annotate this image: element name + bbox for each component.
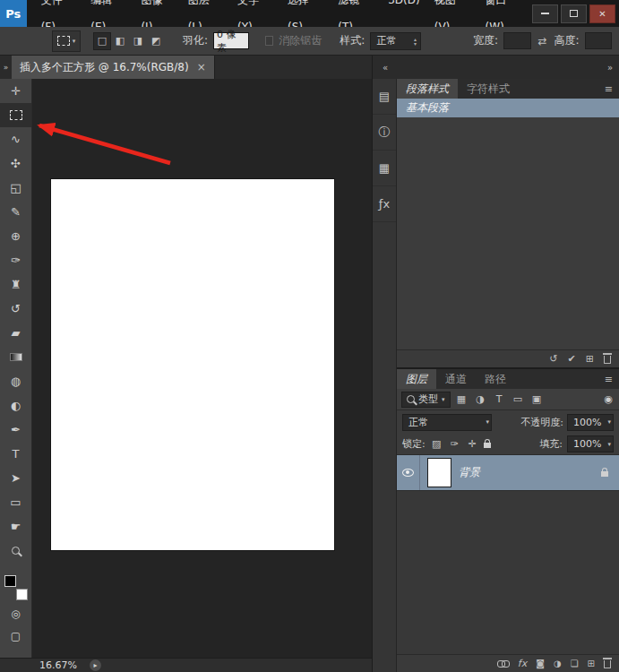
document-tab[interactable]: 插入多个正方形 @ 16.7%(RGB/8) ×	[12, 56, 215, 79]
background-color-swatch[interactable]	[16, 589, 28, 600]
layers-panel-menu-icon[interactable]: ≡	[598, 369, 619, 389]
styles-panel-icon[interactable]: ƒx	[373, 186, 396, 222]
chevron-down-icon: ▾	[607, 418, 611, 426]
clone-stamp-tool[interactable]: ♜	[0, 272, 31, 297]
fill-value: 100%	[573, 438, 601, 450]
eyedropper-tool[interactable]: ✎	[0, 200, 31, 224]
type-tool[interactable]: T	[0, 442, 31, 466]
style-dropdown[interactable]: 正常 ▴▾	[370, 32, 421, 50]
list-item-basic-paragraph[interactable]: 基本段落	[397, 99, 619, 117]
brush-tool[interactable]: ✑	[0, 248, 31, 272]
screen-mode-button[interactable]: ▢	[0, 625, 31, 647]
lasso-tool[interactable]: ∿	[0, 127, 31, 151]
layer-thumbnail[interactable]	[427, 458, 451, 487]
filter-shape-icon[interactable]: ▭	[511, 393, 526, 405]
intersect-selection-button[interactable]: ◩	[147, 32, 165, 50]
clone-stamp-icon: ♜	[11, 278, 21, 291]
healing-brush-tool[interactable]: ⊕	[0, 224, 31, 248]
layer-row-background[interactable]: 背景	[397, 455, 619, 491]
blur-tool[interactable]: ◍	[0, 369, 31, 393]
quick-selection-tool[interactable]: ✣	[0, 151, 31, 176]
info-panel-icon[interactable]: ⓘ	[373, 115, 396, 151]
paragraph-panel-icon[interactable]: ▤	[373, 79, 396, 115]
swap-dimensions-icon[interactable]: ⇄	[537, 35, 549, 47]
gradient-tool[interactable]	[0, 345, 31, 369]
lock-all-icon[interactable]	[484, 443, 491, 448]
subtract-selection-button[interactable]: ◨	[129, 32, 147, 50]
color-swatches[interactable]	[3, 573, 30, 602]
quick-mask-button[interactable]: ◎	[0, 602, 31, 625]
maximize-button[interactable]	[561, 4, 587, 23]
tab-paragraph-styles[interactable]: 段落样式	[397, 79, 458, 99]
filter-kind-dropdown[interactable]: 类型 ▾	[401, 392, 451, 408]
zoom-level-field[interactable]: 16.67%	[39, 659, 77, 671]
status-bar: 16.67% ▸	[0, 658, 372, 672]
filter-smart-object-icon[interactable]: ▣	[529, 393, 545, 405]
antialias-checkbox[interactable]	[265, 36, 274, 46]
filter-type-icon[interactable]: T	[492, 393, 507, 405]
path-selection-tool[interactable]: ➤	[0, 466, 31, 490]
histogram-panel-icon[interactable]: ▦	[373, 151, 396, 186]
collapse-panels-icon[interactable]: »	[398, 63, 619, 73]
blend-mode-dropdown[interactable]: 正常 ▾	[402, 414, 492, 431]
tab-channels[interactable]: 通道	[436, 369, 476, 389]
foreground-color-swatch[interactable]	[4, 575, 16, 587]
lock-paint-icon[interactable]: ✑	[448, 438, 461, 450]
redefine-style-icon[interactable]: ↺	[549, 353, 557, 365]
hand-tool[interactable]: ☛	[0, 514, 31, 538]
visibility-toggle[interactable]	[397, 455, 420, 490]
panel-dock: 段落样式 字符样式 ≡ 基本段落 ↺ ✔ ⊞ 图层 通道 路径 ≡	[397, 79, 619, 672]
document-canvas[interactable]	[51, 179, 334, 550]
lock-transparency-icon[interactable]: ▨	[430, 438, 443, 450]
add-selection-button[interactable]: ◧	[111, 32, 129, 50]
move-tool[interactable]: ✛	[0, 79, 31, 103]
adjustment-layer-icon[interactable]: ◑	[554, 659, 562, 668]
eraser-tool[interactable]: ▰	[0, 321, 31, 345]
layer-mask-icon[interactable]: ◙	[536, 659, 545, 668]
delete-style-icon[interactable]	[604, 356, 611, 364]
tool-options-bar: ▾ □ ◧ ◨ ◩ 羽化: 0 像素 消除锯齿 样式: 正常 ▴▾ 宽度: ⇄ …	[0, 27, 619, 56]
width-input[interactable]	[503, 32, 530, 49]
link-layers-icon[interactable]	[497, 660, 509, 667]
clear-override-icon[interactable]: ✔	[568, 353, 576, 365]
layer-style-icon[interactable]: fx	[518, 658, 527, 669]
feather-input[interactable]: 0 像素	[213, 32, 249, 49]
new-selection-button[interactable]: □	[93, 32, 111, 50]
tab-paths[interactable]: 路径	[476, 369, 515, 389]
filter-toggle-icon[interactable]: ◉	[604, 393, 615, 405]
crop-tool[interactable]: ◱	[0, 176, 31, 200]
panel-dock-header: « »	[372, 56, 619, 79]
toolbar-collapse-icon[interactable]: »	[0, 56, 12, 79]
tab-character-styles[interactable]: 字符样式	[458, 79, 519, 99]
marquee-preset-icon	[57, 36, 70, 46]
filter-pixel-icon[interactable]: ▦	[454, 393, 469, 405]
history-brush-tool[interactable]: ↺	[0, 297, 31, 321]
lock-move-icon[interactable]: ✛	[466, 438, 479, 450]
filter-adjustment-icon[interactable]: ◑	[473, 393, 488, 405]
height-input[interactable]	[585, 32, 612, 49]
fill-dropdown[interactable]: 100% ▾	[567, 435, 614, 452]
new-style-icon[interactable]: ⊞	[586, 353, 594, 365]
opacity-dropdown[interactable]: 100% ▾	[567, 414, 614, 431]
tab-layers[interactable]: 图层	[397, 369, 436, 389]
layer-lock-icon	[601, 471, 608, 477]
minimize-button[interactable]	[532, 4, 558, 23]
tab-close-icon[interactable]: ×	[197, 61, 206, 73]
close-button[interactable]: ✕	[589, 4, 615, 23]
zoom-tool[interactable]	[0, 538, 31, 563]
new-group-icon[interactable]: ❏	[571, 659, 579, 668]
expand-panels-icon[interactable]: «	[373, 63, 398, 73]
new-layer-icon[interactable]: ⊞	[588, 659, 595, 668]
dodge-tool[interactable]: ◐	[0, 393, 31, 418]
panel-menu-icon[interactable]: ≡	[598, 79, 619, 99]
brush-tool-icon: ✑	[11, 254, 21, 267]
shape-tool[interactable]: ▭	[0, 490, 31, 514]
rectangular-marquee-tool[interactable]	[0, 103, 31, 127]
pen-tool-icon: ✒	[11, 423, 21, 436]
blur-tool-icon: ◍	[11, 375, 21, 388]
pen-tool[interactable]: ✒	[0, 418, 31, 442]
delete-layer-icon[interactable]	[604, 660, 611, 668]
canvas-area[interactable]	[32, 79, 372, 658]
tool-preset-picker[interactable]: ▾	[52, 30, 81, 52]
status-flyout-icon[interactable]: ▸	[90, 659, 101, 671]
